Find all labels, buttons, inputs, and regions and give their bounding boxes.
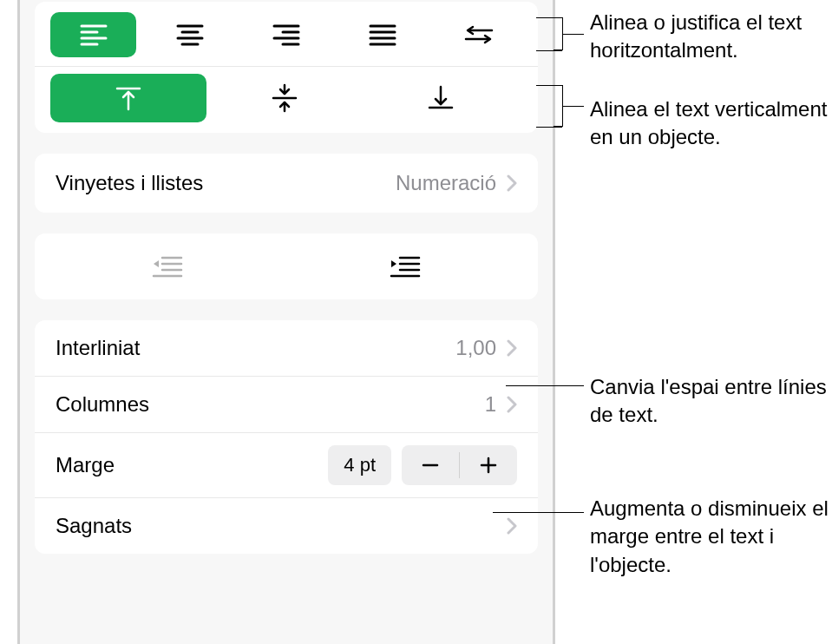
line-spacing-value: 1,00 (455, 336, 496, 360)
text-direction-button[interactable] (436, 12, 522, 57)
svg-marker-34 (391, 260, 396, 267)
callout-valign: Alinea el text verticalment en un object… (590, 95, 832, 152)
alignment-section (35, 2, 538, 133)
spacing-section: Interliniat 1,00 Columnes 1 Marge 4 pt (35, 320, 538, 554)
callout-line-spacing: Canvia l'espai entre línies de text. (590, 373, 832, 430)
align-center-button[interactable] (147, 12, 233, 57)
vertical-alignment-row (35, 67, 538, 133)
format-panel: Vinyetes i llistes Numeració (35, 2, 538, 575)
margin-row: Marge 4 pt (35, 433, 538, 498)
callout-connector (506, 385, 584, 386)
line-spacing-label: Interliniat (56, 336, 140, 360)
indent-section (35, 233, 538, 299)
plus-icon (480, 457, 497, 474)
align-left-button[interactable] (50, 12, 136, 57)
align-justify-icon (369, 23, 396, 46)
line-spacing-row[interactable]: Interliniat 1,00 (35, 320, 538, 377)
callout-margin: Augmenta o disminueix el marge entre el … (590, 495, 832, 579)
valign-middle-icon (272, 83, 298, 113)
indents-label: Sagnats (56, 514, 132, 538)
bullets-section: Vinyetes i llistes Numeració (35, 154, 538, 213)
valign-bottom-button[interactable] (363, 74, 519, 122)
callout-halign: Alinea o justifica el text horitzontalme… (590, 9, 832, 65)
margin-decrease-button[interactable] (402, 445, 459, 485)
horizontal-alignment-row (35, 2, 538, 67)
margin-increase-button[interactable] (460, 445, 517, 485)
valign-top-button[interactable] (50, 74, 206, 122)
align-left-icon (80, 23, 108, 46)
callout-connector (536, 50, 562, 51)
chevron-right-icon (507, 517, 517, 535)
margin-value: 4 pt (328, 445, 391, 485)
columns-value: 1 (485, 392, 496, 417)
increase-indent-button[interactable] (286, 244, 524, 289)
increase-indent-icon (390, 254, 421, 279)
decrease-indent-button[interactable] (49, 244, 286, 289)
indents-row[interactable]: Sagnats (35, 498, 538, 554)
callout-connector (536, 127, 562, 128)
margin-label: Marge (56, 453, 115, 477)
align-justify-button[interactable] (340, 12, 426, 57)
text-direction-icon (464, 23, 494, 46)
callout-connector (563, 34, 584, 35)
minus-icon (422, 463, 439, 467)
chevron-right-icon (507, 174, 517, 192)
callout-connector (563, 106, 584, 107)
columns-row[interactable]: Columnes 1 (35, 377, 538, 433)
align-center-icon (176, 23, 204, 46)
margin-controls: 4 pt (328, 445, 517, 485)
callout-connector (493, 512, 584, 513)
bullets-value: Numeració (396, 171, 496, 195)
valign-middle-button[interactable] (206, 74, 363, 122)
callout-connector (536, 85, 562, 86)
bullets-lists-row[interactable]: Vinyetes i llistes Numeració (35, 154, 538, 213)
callout-connector (536, 17, 562, 18)
svg-marker-29 (154, 260, 159, 267)
valign-bottom-icon (428, 85, 454, 111)
valign-top-icon (115, 85, 141, 111)
bullets-label: Vinyetes i llistes (56, 171, 203, 195)
chevron-right-icon (507, 396, 517, 413)
indent-buttons-row (35, 233, 538, 299)
decrease-indent-icon (152, 254, 183, 279)
chevron-right-icon (507, 339, 517, 357)
align-right-icon (272, 23, 300, 46)
margin-stepper (402, 445, 517, 485)
align-right-button[interactable] (243, 12, 329, 57)
columns-label: Columnes (56, 392, 149, 417)
